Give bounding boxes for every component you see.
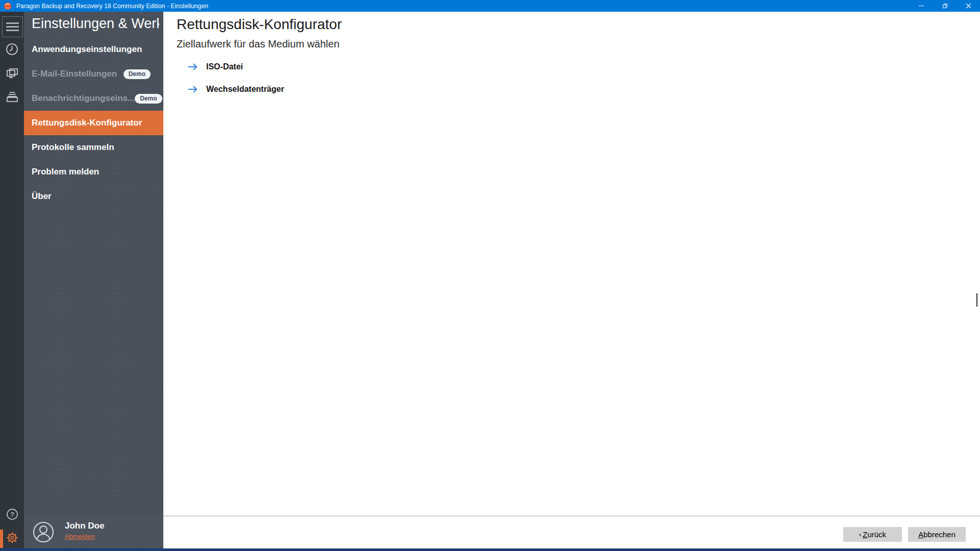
logout-link[interactable]: Abmelden xyxy=(65,533,95,540)
minimize-button[interactable] xyxy=(910,0,933,12)
back-button[interactable]: ‹ Zurück xyxy=(843,527,902,542)
footer-separator xyxy=(163,515,980,517)
window-title: Paragon Backup and Recovery 18 Community… xyxy=(16,3,208,10)
icon-rail: ? xyxy=(0,12,24,548)
restore-icon xyxy=(943,4,947,8)
sidebar-item-problem-melden[interactable]: Problem melden xyxy=(24,160,163,184)
computers-icon[interactable] xyxy=(0,67,24,80)
user-area: John Doe Abmelden xyxy=(24,516,163,546)
help-icon[interactable]: ? xyxy=(0,508,24,520)
settings-gear-icon[interactable] xyxy=(0,531,24,544)
sidebar-item-label: Benachrichtigungseins... xyxy=(32,93,135,104)
user-name: John Doe xyxy=(65,521,104,531)
page-subtitle: Ziellaufwerk für das Medium wählen xyxy=(177,38,339,50)
hamburger-menu-button[interactable] xyxy=(2,16,23,37)
back-chevron: ‹ xyxy=(859,531,861,538)
sidebar-item-rettungsdisk-konfigurator[interactable]: Rettungsdisk-Konfigurator xyxy=(24,111,163,135)
sidebar-item-ueber[interactable]: Über xyxy=(24,184,163,209)
window-bottom-border xyxy=(0,548,980,551)
paragon-app-icon xyxy=(4,2,12,10)
sidebar-item-protokolle-sammeln[interactable]: Protokolle sammeln xyxy=(24,135,163,160)
history-clock-icon[interactable] xyxy=(0,43,24,56)
sidebar-title: Einstellungen & Werk... xyxy=(32,16,159,32)
demo-badge: Demo xyxy=(124,69,151,79)
demo-badge: Demo xyxy=(135,94,162,104)
title-bar: Paragon Backup and Recovery 18 Community… xyxy=(0,0,980,12)
arrow-right-icon xyxy=(187,85,199,93)
close-icon xyxy=(966,3,971,9)
svg-text:?: ? xyxy=(10,511,14,518)
restore-button[interactable] xyxy=(933,0,957,12)
sidebar-item-label: Rettungsdisk-Konfigurator xyxy=(32,118,142,128)
sidebar-item-label: Über xyxy=(32,191,52,202)
option-wechseldatentraeger[interactable]: Wechseldatenträger xyxy=(187,85,284,94)
close-button[interactable] xyxy=(957,0,980,12)
main-content: Rettungsdisk-Konfigurator Ziellaufwerk f… xyxy=(163,12,980,548)
settings-sidebar: Einstellungen & Werk... Anwendungseinste… xyxy=(24,12,163,548)
minimize-icon xyxy=(919,6,924,6)
sidebar-item-label: Protokolle sammeln xyxy=(32,142,114,153)
cancel-button[interactable]: Abbrechen xyxy=(908,527,966,542)
page-title: Rettungsdisk-Konfigurator xyxy=(177,16,342,33)
option-label: Wechseldatenträger xyxy=(206,85,284,94)
sidebar-item-label: Problem melden xyxy=(32,167,99,177)
option-label: ISO-Datei xyxy=(206,62,243,71)
sidebar-item-anwendungseinstellungen[interactable]: Anwendungseinstellungen xyxy=(24,37,163,62)
mouse-cursor-artifact xyxy=(976,293,977,307)
sidebar-item-benachrichtigungseinstellungen[interactable]: Benachrichtigungseins... Demo xyxy=(24,86,163,111)
storage-stack-icon[interactable] xyxy=(0,91,24,103)
sidebar-item-label: Anwendungseinstellungen xyxy=(32,44,142,55)
app-window: Paragon Backup and Recovery 18 Community… xyxy=(0,0,980,551)
arrow-right-icon xyxy=(187,63,199,71)
sidebar-nav: Anwendungseinstellungen E-Mail-Einstellu… xyxy=(24,37,163,209)
option-iso-datei[interactable]: ISO-Datei xyxy=(187,62,243,71)
sidebar-item-label: E-Mail-Einstellungen xyxy=(32,69,117,79)
user-avatar xyxy=(33,522,54,542)
window-controls xyxy=(910,0,980,12)
sidebar-item-email-einstellungen[interactable]: E-Mail-Einstellungen Demo xyxy=(24,62,163,86)
